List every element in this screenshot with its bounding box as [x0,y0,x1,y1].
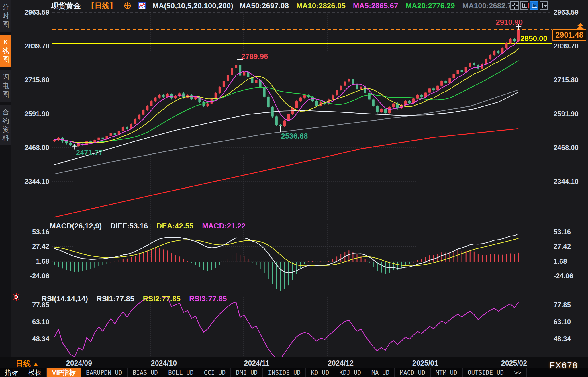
alert-burst-icon[interactable] [12,293,21,302]
price-axis-label: 2591.90 [11,110,49,118]
price-chart-canvas[interactable] [0,0,588,377]
macd-header-item: DEA:42.55 [157,221,194,230]
crosshair-target-icon[interactable] [123,1,132,10]
rsi-axis-label: 48.34 [554,335,571,343]
price-annotation: 2536.68 [281,131,308,140]
price-annotation: 2910.90 [496,18,523,27]
rsi-header-item: RSI(14,14,14) [42,294,88,303]
axis-range-icon[interactable] [520,1,528,10]
gridlines [52,12,552,357]
time-axis-label: 2024/12 [328,359,354,367]
indicator-tab-outside-ud[interactable]: OUTSIDE_UD [463,368,509,377]
rsi-header-item: RSI2:77.85 [143,294,181,303]
indicator-tab-inside-ud[interactable]: INSIDE_UD [263,368,306,377]
sidebar-item-contract-info[interactable]: 合 约 资 料 [0,105,11,145]
price-axis-label: 2468.00 [554,144,579,152]
crosshair-move-icon[interactable] [510,1,519,10]
indicator-tab-barupdn-ud[interactable]: BARUPDN_UD [81,368,128,377]
indicator-tabbar: 指标模板VIP指标BARUPDN_UDBIAS_UDBOLL_UDCCI_UDD… [0,368,588,377]
price-axis-label: 2344.10 [554,178,579,186]
pane-separator [11,292,588,292]
price-axis-label: 2468.00 [11,144,49,152]
rsi-axis-label: 63.10 [11,318,49,326]
time-axis-label: 2024/11 [244,359,270,367]
ma-value-label: MA10:2826.05 [296,1,346,10]
alert-price-label[interactable]: 2850.00 [499,34,547,43]
time-axis-label: 2025/02 [501,359,527,367]
price-axis-label: 2715.80 [554,76,579,84]
main-pane[interactable] [52,27,552,217]
price-axis-label: 2839.70 [554,42,579,50]
price-axis-label: 2344.10 [11,178,49,186]
chart-header: 现货黄金 【日线】 MA(50,10,5,20,100,200) MA50:26… [51,1,530,11]
indicator-tab--[interactable]: >> [509,368,527,377]
indicator-tab-mtm-ud[interactable]: MTM_UD [431,368,463,377]
sidebar-item-kline-chart[interactable]: K 线 图 [0,35,11,67]
indicator-tab-boll-ud[interactable]: BOLL_UD [163,368,199,377]
macd-axis-label: -24.06 [554,272,573,280]
rsi-header: RSI(14,14,14)RSI1:77.85RSI2:77.85RSI3:77… [42,294,227,303]
ma-value-label: MA20:2776.29 [405,1,455,10]
chevron-up-icon: ▲ [33,360,39,367]
ma-value-label: MA100:2682.76 [462,1,516,10]
indicator-tab-指标[interactable]: 指标 [0,368,23,377]
price-axis-label: 2839.70 [11,42,49,50]
time-axis-label: 2024/09 [66,359,92,367]
ma-values: MA50:2697.08MA10:2826.05MA5:2865.67MA20:… [240,1,530,10]
indicator-tab-模板[interactable]: 模板 [23,368,47,377]
price-up-arrow-icon [575,23,585,31]
trading-app-window: 分 时 图K 线 图闪 电 图合 约 资 料 现货黄金 【日线】 MA(50,1… [0,0,588,377]
price-axis-label: 2963.59 [11,8,49,16]
rsi-axis-label: 48.34 [11,335,49,343]
ma-value-label: MA50:2697.08 [240,1,289,10]
rsi-axis-label: 63.10 [554,318,571,326]
rsi-axis-label: 77.85 [554,301,571,309]
price-axis-label: 2963.59 [554,8,579,16]
indicator-tab-cci-ud[interactable]: CCI_UD [199,368,231,377]
macd-axis-label: 27.42 [554,242,571,250]
price-annotation: 2789.95 [241,52,268,61]
indicator-tab-bias-ud[interactable]: BIAS_UD [128,368,164,377]
price-axis-label: 2591.90 [554,110,579,118]
symbol-name: 现货黄金 [51,1,81,11]
indicator-tab-vip指标[interactable]: VIP指标 [47,368,81,377]
macd-axis-label: 53.16 [11,228,49,236]
period-selector[interactable]: 日线 ▲ [16,359,39,369]
macd-axis-label: 1.68 [11,257,49,265]
macd-axis-label: -24.06 [11,272,49,280]
sidebar-item-flash-chart[interactable]: 闪 电 图 [0,70,11,102]
ma-value-label: MA5:2865.67 [353,1,398,10]
macd-pane[interactable] [54,234,519,291]
ma-settings-label: MA(50,10,5,20,100,200) [152,1,233,10]
indicator-tab-ma-ud[interactable]: MA_UD [366,368,395,377]
rsi-header-item: RSI1:77.85 [97,294,134,303]
period-selector-label: 日线 [16,359,31,369]
sidebar-item-time-chart[interactable]: 分 时 图 [0,0,11,32]
macd-header: MACD(26,12,9)DIFF:53.16DEA:42.55MACD:21.… [50,221,246,230]
indicator-tab-dmi-ud[interactable]: DMI_UD [231,368,263,377]
macd-header-item: MACD(26,12,9) [50,221,102,230]
time-axis-label: 2025/01 [412,359,438,367]
autoscale-play-icon[interactable] [530,1,538,10]
macd-axis-label: 27.42 [11,242,49,250]
macd-header-item: MACD:21.22 [202,221,246,230]
indicator-tab-macd-ud[interactable]: MACD_UD [395,368,431,377]
macd-axis-label: 1.68 [554,257,567,265]
time-axis: 日线 ▲ 2024/092024/102024/112024/122025/01… [0,357,588,368]
brand-watermark: FX678 [550,360,578,370]
indicator-tab-kdj-ud[interactable]: KDJ_UD [334,368,366,377]
price-annotation: 2471.77 [76,148,103,157]
rsi-header-item: RSI3:77.85 [189,294,227,303]
macd-header-item: DIFF:53.16 [110,221,148,230]
pan-shift-icon[interactable] [540,1,548,10]
mini-chart-icon[interactable] [138,2,146,9]
macd-axis-label: 53.16 [554,228,571,236]
pane-separator [11,221,588,221]
indicator-tab-kd-ud[interactable]: KD_UD [306,368,334,377]
period-tag: 【日线】 [87,1,117,11]
chart-type-sidebar: 分 时 图K 线 图闪 电 图合 约 资 料 [0,0,11,357]
price-axis-label: 2715.80 [11,76,49,84]
time-axis-label: 2024/10 [151,359,177,367]
chart-toolbar [510,1,548,10]
rsi-pane[interactable] [54,294,518,359]
